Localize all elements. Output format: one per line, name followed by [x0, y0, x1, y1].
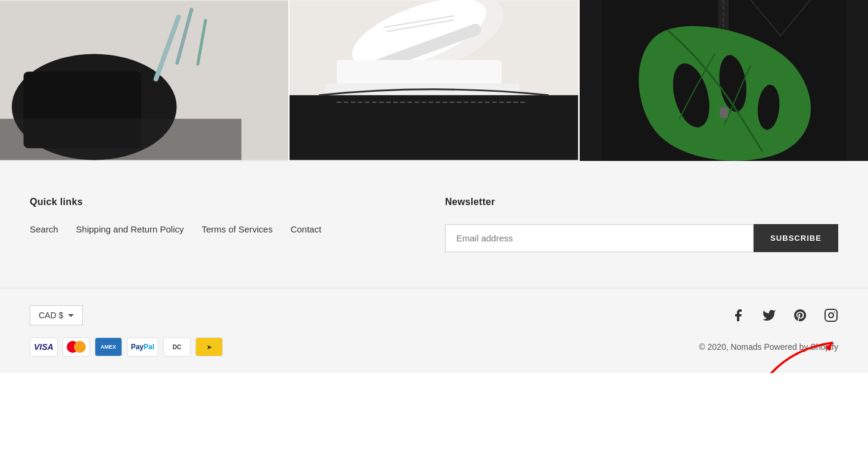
- visa-payment-icon: VISA: [30, 337, 58, 356]
- footer-left: Quick links Search Shipping and Return P…: [30, 197, 445, 234]
- mc-orange-circle: [74, 341, 86, 353]
- payment-icons: VISA AMEX PayPal DC ➤: [30, 337, 223, 356]
- social-icons: [731, 308, 838, 322]
- currency-selector[interactable]: CAD $: [30, 305, 83, 325]
- footer-main: Quick links Search Shipping and Return P…: [0, 161, 868, 288]
- image-panel-2: [290, 0, 579, 161]
- footer-bottom: CAD $: [0, 288, 868, 373]
- footer-link-terms[interactable]: Terms of Services: [201, 224, 272, 234]
- newsletter-email-input[interactable]: [445, 224, 754, 252]
- instagram-icon[interactable]: [824, 308, 838, 322]
- svg-rect-16: [290, 95, 578, 160]
- generic-payment-icon: ➤: [195, 337, 223, 356]
- copyright-area: © 2020, Nomads Powered by Shopify: [699, 342, 838, 352]
- mastercard-payment-icon: [63, 337, 90, 356]
- quicklinks-title: Quick links: [30, 197, 445, 207]
- twitter-icon[interactable]: [762, 308, 776, 322]
- newsletter-form: SUBSCRIBE: [445, 224, 838, 252]
- footer-link-search[interactable]: Search: [30, 224, 58, 234]
- svg-rect-26: [825, 309, 837, 321]
- chevron-down-icon: [68, 314, 74, 317]
- annotation-arrow: [761, 337, 844, 373]
- footer-right: Newsletter SUBSCRIBE: [445, 197, 838, 252]
- pinterest-icon[interactable]: [793, 308, 807, 322]
- newsletter-title: Newsletter: [445, 197, 838, 207]
- amex-payment-icon: AMEX: [95, 337, 122, 356]
- svg-rect-25: [720, 107, 728, 118]
- footer-bottom-row1: CAD $: [30, 305, 838, 325]
- image-panel-3: [580, 0, 868, 161]
- facebook-icon[interactable]: [731, 308, 745, 322]
- footer-links: Search Shipping and Return Policy Terms …: [30, 224, 445, 234]
- paypal-payment-icon: PayPal: [127, 337, 158, 356]
- footer-link-contact[interactable]: Contact: [291, 224, 322, 234]
- footer-link-shipping[interactable]: Shipping and Return Policy: [76, 224, 184, 234]
- diners-payment-icon: DC: [163, 337, 191, 356]
- footer-bottom-row2: VISA AMEX PayPal DC ➤: [30, 337, 838, 356]
- image-panel-1: [0, 0, 290, 161]
- subscribe-button[interactable]: SUBSCRIBE: [754, 224, 838, 252]
- svg-rect-6: [0, 119, 241, 160]
- currency-label: CAD $: [39, 311, 63, 320]
- image-strip: [0, 0, 868, 161]
